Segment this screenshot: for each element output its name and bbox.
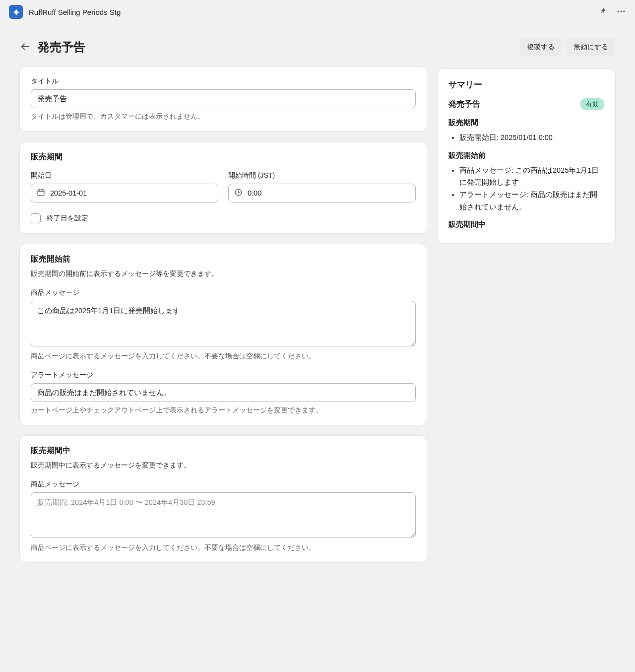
svg-point-2 xyxy=(623,10,625,12)
during-sub: 販売期間中に表示するメッセージを変更できます。 xyxy=(31,461,416,470)
during-title: 販売期間中 xyxy=(31,446,416,456)
title-label: タイトル xyxy=(31,77,416,86)
before-sub: 販売期間の開始前に表示するメッセージ等を変更できます。 xyxy=(31,269,416,278)
start-time-input[interactable] xyxy=(228,184,416,202)
calendar-icon xyxy=(37,188,45,198)
summary-name: 発売予告 xyxy=(448,99,480,110)
pin-icon[interactable] xyxy=(599,7,607,17)
set-end-date-checkbox[interactable] xyxy=(31,213,41,223)
app-icon xyxy=(9,5,23,19)
summary-before-item2: アラートメッセージ: 商品の販売はまだ開始されていません。 xyxy=(459,189,604,213)
during-product-msg-help: 商品ページに表示するメッセージを入力してください。不要な場合は空欄にしてください… xyxy=(31,543,416,552)
summary-before-label: 販売開始前 xyxy=(448,151,604,160)
before-alert-msg-label: アラートメッセージ xyxy=(31,371,416,380)
summary-during-label: 販売期間中 xyxy=(448,220,604,229)
before-product-msg-help: 商品ページに表示するメッセージを入力してください。不要な場合は空欄にしてください… xyxy=(31,352,416,361)
back-arrow-icon[interactable] xyxy=(20,41,31,54)
start-date-input[interactable] xyxy=(31,184,218,202)
during-sale-card: 販売期間中 販売期間中に表示するメッセージを変更できます。 商品メッセージ 商品… xyxy=(20,436,427,562)
start-time-label: 開始時間 (JST) xyxy=(228,171,416,180)
more-icon[interactable] xyxy=(616,6,626,18)
disable-button[interactable]: 無効にする xyxy=(567,38,615,56)
summary-before-item1: 商品メッセージ: この商品は2025年1月1日に発売開始します xyxy=(459,164,604,189)
title-input[interactable] xyxy=(31,89,416,108)
clock-icon xyxy=(234,188,243,198)
before-product-msg-label: 商品メッセージ xyxy=(31,288,416,297)
app-title: RuffRuff Selling Periods Stg xyxy=(29,8,121,16)
title-help: タイトルは管理用で、カスタマーには表示されません。 xyxy=(31,112,416,121)
period-title: 販売期間 xyxy=(31,152,416,162)
svg-point-1 xyxy=(620,10,622,12)
status-badge: 有効 xyxy=(580,98,604,110)
set-end-date-label: 終了日を設定 xyxy=(47,214,88,223)
page-header: 発売予告 複製する 無効にする xyxy=(20,38,615,56)
summary-card: サマリー 発売予告 有効 販売期間 販売開始日: 2025/01/01 0:00… xyxy=(438,69,615,243)
page-title: 発売予告 xyxy=(38,39,85,55)
title-card: タイトル タイトルは管理用で、カスタマーには表示されません。 xyxy=(20,67,427,131)
svg-point-0 xyxy=(618,10,619,12)
summary-period-item: 販売開始日: 2025/01/01 0:00 xyxy=(459,132,604,144)
duplicate-button[interactable]: 複製する xyxy=(520,38,562,56)
before-title: 販売開始前 xyxy=(31,254,416,265)
during-product-msg-label: 商品メッセージ xyxy=(31,480,416,489)
summary-title: サマリー xyxy=(448,79,604,90)
during-product-msg-input[interactable] xyxy=(31,492,416,538)
start-date-label: 開始日 xyxy=(31,171,218,180)
before-product-msg-input[interactable] xyxy=(31,301,416,346)
before-alert-msg-help: カートページ上やチェックアウトページ上で表示されるアラートメッセージを変更できま… xyxy=(31,406,416,415)
before-alert-msg-input[interactable] xyxy=(31,383,416,402)
summary-period-label: 販売期間 xyxy=(448,118,604,128)
period-card: 販売期間 開始日 開始時間 (JST) xyxy=(20,142,427,233)
svg-rect-4 xyxy=(38,190,44,196)
topbar: RuffRuff Selling Periods Stg xyxy=(0,0,635,24)
before-sale-card: 販売開始前 販売期間の開始前に表示するメッセージ等を変更できます。 商品メッセー… xyxy=(20,244,427,425)
